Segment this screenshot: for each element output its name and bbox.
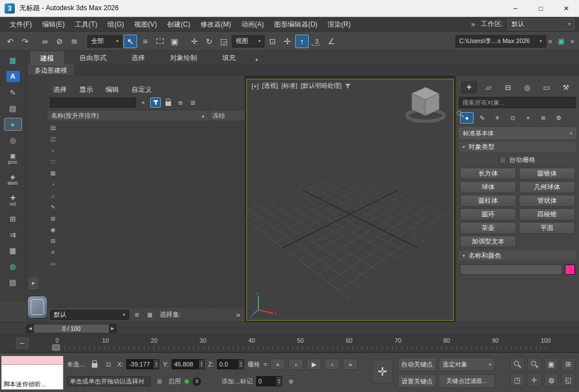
frame-spinner[interactable]: ▲▼: [276, 377, 282, 386]
ribbon-tab-selection[interactable]: 选择: [122, 52, 154, 65]
column-header-frozen[interactable]: 冻结: [208, 110, 245, 121]
systems-category-icon[interactable]: ⚙: [552, 112, 565, 123]
toggle-hierarchy-icon[interactable]: ▤: [49, 123, 58, 132]
explorer-grid-tool-icon[interactable]: ⊞: [188, 97, 198, 108]
object-type-rollout[interactable]: ▼ 对象类型: [459, 142, 576, 152]
menu-graph-editors[interactable]: 图形编辑器(D): [269, 17, 323, 32]
explorer-list-tool-icon[interactable]: ≣: [175, 97, 186, 108]
select-object-button[interactable]: ↖: [124, 35, 137, 48]
select-by-name-button[interactable]: ≡: [138, 35, 152, 48]
modify-tab-icon[interactable]: ▱: [480, 81, 496, 93]
strip-pencil-icon[interactable]: ✎: [4, 86, 22, 99]
lock-icon[interactable]: [163, 97, 173, 108]
undo-button[interactable]: ↶: [3, 35, 17, 48]
menu-modifiers[interactable]: 修改器(M): [195, 17, 236, 32]
select-and-scale-button[interactable]: ◲: [217, 35, 231, 48]
toggle-spacewarps-icon[interactable]: ◍: [49, 214, 58, 223]
cone-button[interactable]: 圆锥体: [519, 168, 575, 180]
select-and-link-button[interactable]: ∞: [38, 35, 52, 48]
scene-explorer-toggle-icon[interactable]: ▣: [555, 35, 568, 48]
name-color-rollout[interactable]: ▼ 名称和颜色: [459, 250, 576, 261]
column-header-name[interactable]: 名称(按升序排序) ▲: [48, 112, 208, 120]
spinner-down-icon[interactable]: ▼: [154, 364, 159, 367]
unlink-selection-button[interactable]: ⊘: [53, 35, 66, 48]
selection-lock-icon[interactable]: [89, 359, 100, 369]
maximize-button[interactable]: □: [528, 0, 554, 17]
teapot-button[interactable]: 茶壶: [460, 222, 516, 234]
app-logo-icon[interactable]: 3: [5, 3, 15, 14]
previous-frame-arrow-icon[interactable]: ◀: [27, 325, 34, 333]
ribbon-collapse-icon[interactable]: ▴: [252, 53, 262, 65]
viewport-menu-renderer[interactable]: [标准]: [282, 82, 297, 90]
z-spinner[interactable]: ▲▼: [239, 360, 244, 369]
strip-target-icon[interactable]: ◎: [4, 134, 22, 147]
box-button[interactable]: 长方体: [460, 168, 516, 180]
clear-search-icon[interactable]: ✕: [138, 97, 148, 108]
project-folder-dropdown[interactable]: C:\Users\李…s Max 2026 ▾: [455, 35, 546, 48]
track-bar-ruler[interactable]: 0 10 20 30 40 50 60 70 80 90 100: [54, 336, 551, 351]
keyboard-override-toggle[interactable]: ↑: [295, 35, 309, 48]
menu-tools[interactable]: 工具(T): [70, 17, 102, 32]
x-spinner[interactable]: ▲▼: [154, 360, 159, 369]
key-filters-button[interactable]: 关键点过滤器...: [438, 374, 495, 388]
motion-tab-icon[interactable]: ◎: [520, 81, 535, 93]
toggle-cameras-icon[interactable]: ✎: [49, 202, 58, 211]
ribbon-panel-polygon-modeling[interactable]: 多边形建模: [28, 65, 74, 75]
strip-notes-icon[interactable]: ▤: [4, 102, 22, 115]
strip-sheet-icon[interactable]: ▤: [4, 276, 22, 289]
mini-curve-editor-button[interactable]: ∼: [16, 338, 28, 349]
strip-letter-a-icon[interactable]: A: [6, 71, 20, 82]
status-green-dot[interactable]: [184, 379, 189, 384]
workspace-dropdown[interactable]: 默认 ▾: [508, 19, 574, 30]
window-crossing-toggle[interactable]: ▣: [168, 35, 181, 48]
cameras-category-icon[interactable]: ⊙: [506, 112, 520, 123]
track-bar-cursor[interactable]: [52, 344, 60, 351]
tube-button[interactable]: 管状体: [519, 195, 575, 207]
primitive-category-dropdown[interactable]: 标准基本体 ▾: [459, 127, 576, 139]
close-button[interactable]: ✕: [554, 0, 579, 17]
menu-edit[interactable]: 编辑(E): [37, 17, 70, 32]
next-frame-button[interactable]: ›: [325, 359, 339, 370]
ribbon-tab-populate[interactable]: 填充: [213, 52, 245, 65]
maxscript-mini-listener[interactable]: 脚本迷你侦听...: [1, 356, 63, 390]
strip-crowd-icon[interactable]: ⊞: [4, 212, 22, 225]
absolute-mode-icon[interactable]: ⊡: [103, 359, 114, 369]
redo-button[interactable]: ↷: [18, 35, 32, 48]
go-to-start-button[interactable]: «: [270, 359, 285, 370]
maximize-viewport-toggle-icon[interactable]: ◱: [561, 373, 576, 387]
pan-view-icon[interactable]: ✛: [527, 373, 542, 387]
listener-macro-line[interactable]: [1, 356, 63, 365]
viewcube[interactable]: [401, 82, 450, 127]
z-coordinate-field[interactable]: ▲▼: [217, 359, 244, 369]
filter-funnel-icon[interactable]: [150, 97, 161, 108]
play-button[interactable]: ▶: [306, 359, 321, 370]
auto-key-button[interactable]: 自动关键点: [398, 357, 436, 371]
set-key-button[interactable]: 设置关键点: [398, 374, 436, 388]
strip-spheres-icon[interactable]: ◍: [4, 260, 22, 273]
current-frame-input[interactable]: [257, 378, 276, 385]
toggle-layers-icon[interactable]: ◫: [49, 134, 58, 143]
explorer-search-input[interactable]: [50, 97, 136, 108]
y-coordinate-field[interactable]: ▲▼: [172, 359, 205, 369]
strip-arrows-icon[interactable]: ⇉: [4, 228, 22, 241]
viewport-menu-pov[interactable]: [透视]: [262, 82, 278, 90]
rectangular-selection-region-button[interactable]: [153, 35, 167, 48]
toolbar-overflow-icon[interactable]: »: [569, 37, 576, 45]
time-slider-track[interactable]: ◀ 0 / 100 ▶: [26, 324, 117, 333]
zoom-extents-all-icon[interactable]: ⊞: [561, 357, 576, 371]
explorer-object-list[interactable]: [59, 121, 245, 307]
strip-proc-tool[interactable]: ▣ proc: [8, 150, 18, 168]
utilities-tab-icon[interactable]: ⚒: [558, 81, 574, 93]
orbit-icon[interactable]: ◍: [544, 373, 559, 387]
strip-vol-tool[interactable]: ✚ vol: [10, 191, 16, 210]
explorer-menu-edit[interactable]: 编辑: [105, 85, 119, 95]
ribbon-tab-object-paint[interactable]: 对象绘制: [161, 52, 206, 65]
toggle-lights-icon[interactable]: ◔: [49, 180, 58, 189]
set-keys-button[interactable]: ✛: [372, 360, 393, 384]
spinner-down-icon[interactable]: ▼: [199, 364, 204, 367]
autogrid-checkbox[interactable]: [500, 157, 506, 163]
cylinder-button[interactable]: 圆柱体: [460, 195, 516, 207]
create-tab-icon[interactable]: +: [461, 81, 477, 93]
selection-filter-dropdown[interactable]: 全部 ▾: [87, 35, 122, 48]
geosphere-button[interactable]: 几何球体: [519, 181, 575, 193]
